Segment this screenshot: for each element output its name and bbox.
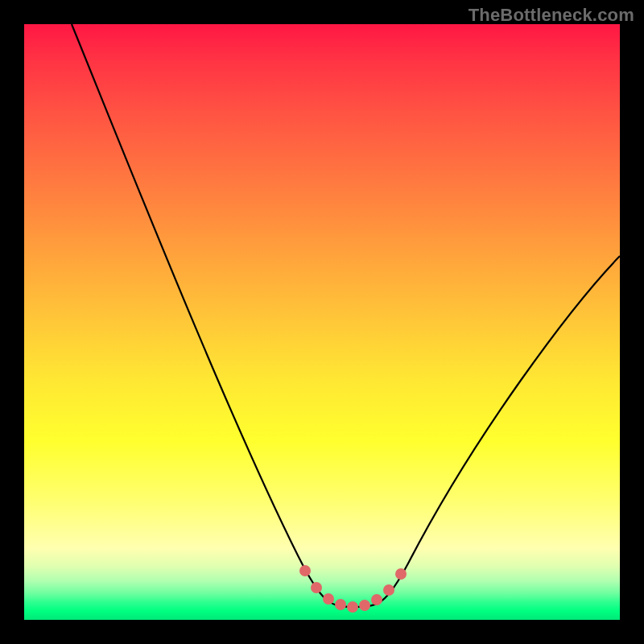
chart-frame: TheBottleneck.com bbox=[0, 0, 644, 644]
svg-point-4 bbox=[347, 601, 358, 613]
svg-point-2 bbox=[323, 593, 334, 605]
watermark-text: TheBottleneck.com bbox=[469, 5, 634, 26]
plot-area bbox=[24, 24, 620, 620]
svg-point-8 bbox=[395, 568, 407, 580]
bottleneck-curve bbox=[72, 24, 620, 607]
svg-point-6 bbox=[371, 594, 382, 605]
svg-point-3 bbox=[335, 599, 346, 610]
svg-point-1 bbox=[311, 582, 322, 593]
curve-layer bbox=[24, 24, 620, 620]
svg-point-0 bbox=[299, 565, 311, 576]
svg-point-5 bbox=[359, 600, 370, 611]
svg-point-7 bbox=[383, 584, 394, 596]
trough-markers bbox=[299, 565, 407, 613]
